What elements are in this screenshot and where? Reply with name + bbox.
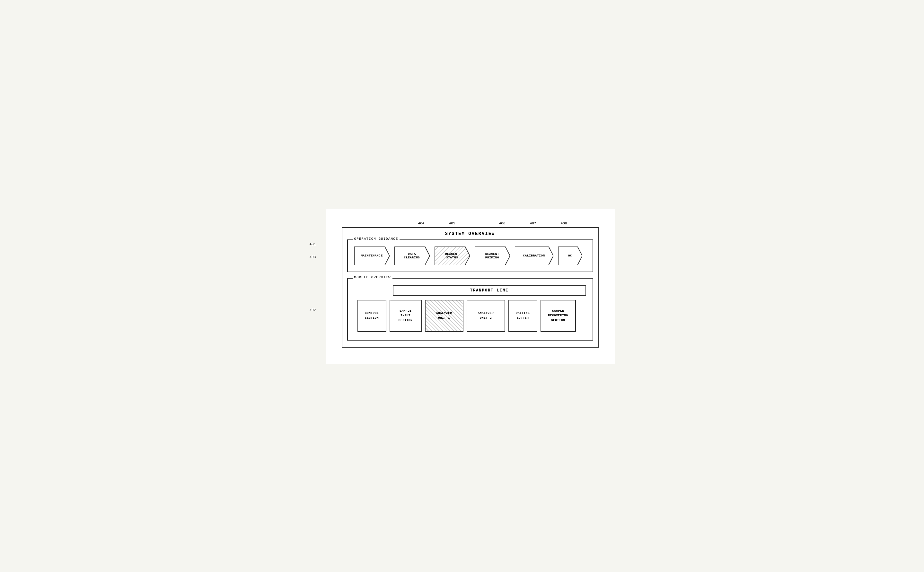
maintenance-button[interactable]: MAINTENANCE bbox=[354, 247, 390, 265]
ref-401: 401 bbox=[310, 242, 316, 246]
main-content: 404 405 406 407 408 SYSTEM OVERVIEW OPER… bbox=[326, 209, 615, 364]
ref-404: 404 bbox=[418, 221, 425, 225]
maintenance-label: MAINTENANCE bbox=[361, 254, 383, 257]
ref-405: 405 bbox=[449, 221, 455, 225]
calibration-button[interactable]: CALIBRATION bbox=[515, 247, 553, 265]
sample-input-label: SAMPLE INPUT SECTION bbox=[399, 309, 412, 323]
nav-buttons-row: MAINTENANCE DATA CLEARING bbox=[354, 247, 586, 265]
page-wrapper: 401 402 403 404 405 406 407 408 SYSTEM O… bbox=[310, 209, 615, 364]
module-overview-label: MODULE OVERVIEW bbox=[353, 275, 393, 279]
analyzer-unit-1-module[interactable]: ANALYZER UNIT 1 bbox=[425, 300, 463, 332]
qc-label: QC bbox=[568, 254, 572, 257]
calibration-label: CALIBRATION bbox=[523, 254, 545, 257]
data-clearing-button[interactable]: DATA CLEARING bbox=[394, 247, 430, 265]
waiting-buffer-label: WAITING BUFFER bbox=[516, 311, 530, 320]
ref-407: 407 bbox=[530, 221, 536, 225]
qc-button[interactable]: QC bbox=[558, 247, 582, 265]
operation-guidance: OPERATION GUIDANCE MAINTENANCE bbox=[347, 239, 593, 272]
control-section-module[interactable]: CONTROL SECTION bbox=[357, 300, 386, 332]
transport-line[interactable]: TRANPORT LINE bbox=[393, 285, 586, 296]
ref-403: 403 bbox=[310, 255, 316, 259]
operation-guidance-label: OPERATION GUIDANCE bbox=[353, 237, 400, 241]
sample-input-section-module[interactable]: SAMPLE INPUT SECTION bbox=[390, 300, 422, 332]
ref-402: 402 bbox=[310, 308, 316, 312]
system-overview-title: SYSTEM OVERVIEW bbox=[347, 231, 593, 236]
ref-406: 406 bbox=[499, 221, 505, 225]
module-overview: MODULE OVERVIEW TRANPORT LINE CONTROL SE… bbox=[347, 278, 593, 340]
analyzer-unit-2-label: ANALYZER UNIT 2 bbox=[478, 311, 494, 320]
ref-408: 408 bbox=[561, 221, 567, 225]
reagent-priming-button[interactable]: REAGENT PRIMING bbox=[475, 247, 510, 265]
reagent-status-button[interactable]: REAGENT STATUS bbox=[435, 247, 470, 265]
control-section-label: CONTROL SECTION bbox=[365, 311, 379, 320]
analyzer-unit-2-module[interactable]: ANALYZER UNIT 2 bbox=[467, 300, 505, 332]
reagent-priming-label: REAGENT PRIMING bbox=[485, 252, 499, 260]
reagent-status-label: REAGENT STATUS bbox=[445, 252, 459, 260]
analyzer-unit-1-label: ANALYZER UNIT 1 bbox=[436, 311, 452, 320]
waiting-buffer-module[interactable]: WAITING BUFFER bbox=[508, 300, 537, 332]
modules-row: CONTROL SECTION SAMPLE INPUT SECTION ANA… bbox=[357, 300, 586, 332]
data-clearing-label: DATA CLEARING bbox=[404, 252, 420, 260]
sample-recovering-section-module[interactable]: SAMPLE RECOVERING SECTION bbox=[541, 300, 576, 332]
sample-recovering-label: SAMPLE RECOVERING SECTION bbox=[548, 309, 568, 323]
system-overview: SYSTEM OVERVIEW OPERATION GUIDANCE MAINT… bbox=[342, 227, 599, 348]
